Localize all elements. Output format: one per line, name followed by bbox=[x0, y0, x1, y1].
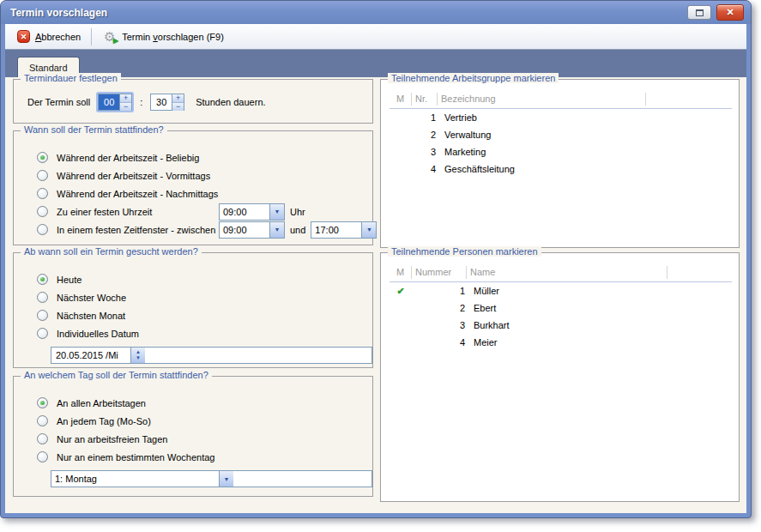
restore-button[interactable] bbox=[687, 5, 711, 20]
group-which-day: An welchem Tag soll der Termin stattfind… bbox=[13, 376, 373, 497]
time-combobox[interactable]: 09:00▼ bbox=[219, 203, 285, 221]
radio-option[interactable]: Heute bbox=[14, 270, 372, 288]
cancel-button-label: Abbrechen bbox=[35, 32, 81, 42]
radio-option[interactable]: Während der Arbeitszeit - Vormittags bbox=[14, 166, 372, 184]
group-from-when-title: Ab wann soll ein Termin gesucht werden? bbox=[21, 246, 202, 257]
chevron-down-icon[interactable]: ▼ bbox=[361, 222, 376, 238]
radio-button[interactable] bbox=[37, 274, 48, 285]
radio-button[interactable] bbox=[37, 188, 48, 199]
cancel-x-icon: ✕ bbox=[17, 30, 30, 43]
table-row[interactable]: 4Meier bbox=[390, 334, 732, 351]
radio-button[interactable] bbox=[37, 310, 48, 321]
radio-option[interactable]: In einem festen Zeitfenster - zwischen09… bbox=[14, 221, 372, 239]
radio-label: Heute bbox=[57, 275, 82, 285]
column-header[interactable]: Bezeichnung bbox=[438, 93, 646, 106]
radio-option[interactable]: Während der Arbeitszeit - Nachmittags bbox=[14, 184, 372, 203]
radio-label: In einem festen Zeitfenster - zwischen bbox=[57, 225, 215, 235]
row-name: Marketing bbox=[438, 147, 732, 157]
duration-prefix-label: Der Termin soll bbox=[27, 97, 90, 107]
hours-spin-buttons[interactable]: +− bbox=[120, 94, 132, 111]
persons-list: MNummerName✔1Müller2Ebert3Burkhart4Meier bbox=[381, 253, 739, 501]
radio-button[interactable] bbox=[37, 397, 48, 408]
toolbar: ✕ Abbrechen ⚙▶ Termin vorschlagen (F9) bbox=[5, 24, 746, 50]
table-row[interactable]: 3Burkhart bbox=[390, 317, 732, 334]
column-header[interactable]: Nr. bbox=[412, 93, 438, 106]
table-row[interactable]: 2Verwaltung bbox=[390, 126, 732, 143]
radio-label: Individuelles Datum bbox=[57, 329, 139, 339]
chevron-down-icon[interactable]: ▼ bbox=[269, 204, 284, 220]
radio-button[interactable] bbox=[37, 152, 48, 163]
radio-label: An jedem Tag (Mo-So) bbox=[57, 416, 151, 426]
column-header[interactable]: M bbox=[390, 266, 412, 279]
hours-value[interactable]: 00 bbox=[98, 94, 120, 111]
row-name: Müller bbox=[467, 286, 732, 296]
minutes-value[interactable]: 30 bbox=[150, 94, 172, 111]
window-title: Termin vorschlagen bbox=[10, 7, 107, 19]
table-row[interactable]: 4Geschäftsleitung bbox=[390, 160, 732, 178]
date-value[interactable]: 20.05.2015 /Mi bbox=[51, 348, 130, 363]
duration-suffix-label: Stunden dauern. bbox=[196, 97, 265, 107]
column-header[interactable]: M bbox=[390, 93, 412, 106]
date-spin-buttons[interactable]: ▲▼ bbox=[130, 348, 145, 363]
suggest-appointment-button[interactable]: ⚙▶ Termin vorschlagen (F9) bbox=[98, 28, 228, 45]
workgroups-list: MNr.Bezeichnung1Vertrieb2Verwaltung3Mark… bbox=[381, 80, 739, 247]
inline-label: und bbox=[290, 225, 305, 235]
radio-option[interactable]: Nur an einem bestimmten Wochentag bbox=[14, 448, 372, 466]
column-header[interactable] bbox=[667, 266, 732, 279]
radio-button[interactable] bbox=[37, 206, 48, 217]
column-header[interactable] bbox=[646, 93, 732, 106]
weekday-combobox[interactable]: 1: Montag ▼ bbox=[51, 470, 372, 487]
time-combobox[interactable]: 09:00▼ bbox=[219, 221, 285, 239]
radio-button[interactable] bbox=[37, 224, 48, 235]
radio-option[interactable]: An allen Arbeitstagen bbox=[14, 394, 372, 412]
spin-down-icon: − bbox=[172, 103, 184, 111]
close-button[interactable]: ✕ bbox=[716, 4, 744, 21]
chevron-down-icon[interactable]: ▼ bbox=[269, 222, 284, 238]
row-number: 1 bbox=[412, 286, 467, 296]
title-bar[interactable]: Termin vorschlagen ✕ bbox=[1, 1, 751, 24]
radio-button[interactable] bbox=[37, 328, 48, 339]
weekday-value[interactable]: 1: Montag bbox=[51, 471, 219, 487]
combobox-value[interactable]: 17:00 bbox=[311, 222, 361, 238]
hours-spinner[interactable]: 00 +− bbox=[98, 94, 132, 111]
radio-button[interactable] bbox=[37, 451, 48, 462]
row-number: 2 bbox=[412, 303, 467, 313]
row-number: 1 bbox=[412, 112, 438, 123]
column-header[interactable]: Nummer bbox=[412, 266, 467, 279]
radio-label: Während der Arbeitszeit - Nachmittags bbox=[57, 189, 218, 199]
radio-option[interactable]: Individuelles Datum bbox=[14, 324, 372, 342]
tab-content: Termindauer festlegen Der Termin soll 00… bbox=[5, 77, 746, 513]
radio-label: Nächsten Monat bbox=[57, 311, 125, 321]
chevron-down-icon[interactable]: ▼ bbox=[219, 471, 233, 487]
time-combobox[interactable]: 17:00▼ bbox=[311, 221, 377, 239]
cancel-button[interactable]: ✕ Abbrechen bbox=[13, 28, 85, 45]
radio-option[interactable]: Nächster Woche bbox=[14, 288, 372, 306]
combobox-value[interactable]: 09:00 bbox=[220, 222, 269, 238]
table-row[interactable]: ✔1Müller bbox=[390, 282, 732, 299]
radio-option[interactable]: Nur an arbeitsfreien Tagen bbox=[14, 430, 372, 448]
radio-option[interactable]: Zu einer festen Uhrzeit09:00▼Uhr bbox=[14, 203, 372, 221]
minutes-spin-buttons[interactable]: +− bbox=[172, 94, 184, 111]
individual-date-field[interactable]: 20.05.2015 /Mi ▲▼ bbox=[51, 347, 372, 364]
row-number: 4 bbox=[412, 337, 467, 348]
radio-button[interactable] bbox=[37, 170, 48, 181]
radio-option[interactable]: Nächsten Monat bbox=[14, 306, 372, 324]
radio-button[interactable] bbox=[37, 292, 48, 303]
row-number: 3 bbox=[412, 320, 467, 330]
table-row[interactable]: 3Marketing bbox=[390, 143, 732, 160]
restore-icon bbox=[696, 9, 704, 16]
combobox-value[interactable]: 09:00 bbox=[220, 204, 269, 220]
radio-button[interactable] bbox=[37, 415, 48, 426]
minutes-spinner[interactable]: 30 +− bbox=[150, 94, 184, 111]
table-row[interactable]: 2Ebert bbox=[390, 299, 732, 317]
table-row[interactable]: 1Vertrieb bbox=[390, 109, 732, 126]
radio-option[interactable]: Während der Arbeitszeit - Beliebig bbox=[14, 148, 372, 166]
column-header[interactable]: Name bbox=[467, 266, 667, 279]
group-when: Wann soll der Termin stattfinden? Währen… bbox=[13, 130, 373, 245]
radio-option[interactable]: An jedem Tag (Mo-So) bbox=[14, 412, 372, 430]
duration-colon: : bbox=[140, 97, 142, 107]
check-icon[interactable]: ✔ bbox=[390, 286, 412, 297]
group-duration-title: Termindauer festlegen bbox=[21, 73, 121, 83]
radio-label: An allen Arbeitstagen bbox=[57, 398, 146, 408]
radio-button[interactable] bbox=[37, 433, 48, 444]
